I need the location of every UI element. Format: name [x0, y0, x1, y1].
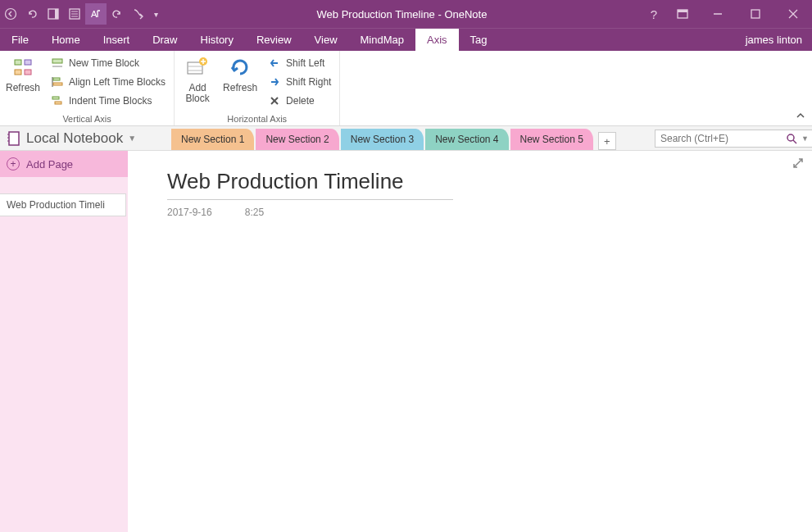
menu-axis[interactable]: Axis — [415, 29, 459, 51]
svg-point-0 — [6, 9, 16, 20]
fullscreen-button[interactable] — [792, 157, 804, 169]
add-section-button[interactable]: + — [598, 132, 616, 150]
ribbon-display-options[interactable] — [666, 0, 699, 28]
indent-button[interactable]: Indent Time Blocks — [46, 92, 170, 110]
shift-left-label: Shift Left — [286, 57, 324, 69]
svg-rect-14 — [15, 60, 21, 65]
page-meta: 2017-9-16 8:25 — [167, 207, 773, 218]
section-tab-1[interactable]: New Section 1 — [171, 129, 254, 150]
quick-access-toolbar: A ▾ — [0, 0, 162, 28]
section-tab-3[interactable]: New Section 3 — [341, 129, 424, 150]
text-tool-icon[interactable]: A — [85, 3, 107, 25]
add-page-button[interactable]: + Add Page — [0, 151, 128, 177]
menu-file[interactable]: File — [0, 29, 40, 51]
shift-right-label: Shift Right — [286, 76, 331, 88]
page-layout-icon[interactable] — [64, 3, 85, 25]
refresh-horizontal-label: Refresh — [223, 83, 257, 93]
indent-icon — [51, 94, 64, 107]
svg-rect-16 — [15, 70, 21, 75]
svg-point-35 — [787, 134, 794, 141]
svg-rect-24 — [55, 102, 61, 104]
new-time-block-label: New Time Block — [69, 57, 139, 69]
ribbon-group-horizontal: Add Block Refresh Shift Left Shift Right — [175, 51, 340, 125]
menu-view[interactable]: View — [303, 29, 349, 51]
delete-button[interactable]: Delete — [263, 92, 336, 110]
workspace-header: Local Notebook ▼ New Section 1 New Secti… — [0, 126, 812, 151]
search-wrap: ▼ — [651, 126, 812, 150]
search-dropdown[interactable]: ▼ — [801, 134, 809, 143]
work-area: + Add Page Web Production Timeli Web Pro… — [0, 151, 812, 532]
section-tabs: New Section 1 New Section 2 New Section … — [171, 126, 651, 150]
svg-rect-18 — [52, 59, 62, 63]
help-button[interactable]: ? — [642, 0, 666, 28]
window-title: Web Production Timeline - OneNote — [162, 8, 642, 20]
refresh-arrow-icon — [227, 55, 253, 81]
refresh-vertical-label: Refresh — [6, 83, 40, 93]
notebook-name: Local Notebook — [26, 130, 123, 147]
svg-line-12 — [789, 10, 797, 18]
align-left-button[interactable]: Align Left Time Blocks — [46, 73, 170, 91]
align-left-icon — [51, 75, 64, 89]
new-time-block-button[interactable]: New Time Block — [46, 54, 170, 72]
search-box[interactable]: ▼ — [655, 130, 812, 148]
indent-label: Indent Time Blocks — [69, 95, 152, 107]
delete-icon — [268, 94, 281, 107]
maximize-button[interactable] — [737, 0, 774, 28]
undo-button[interactable] — [21, 3, 43, 25]
horizontal-axis-group-label: Horizontal Axis — [178, 113, 336, 125]
svg-rect-22 — [53, 83, 62, 85]
chevron-down-icon: ▼ — [128, 134, 136, 143]
user-name[interactable]: james linton — [736, 29, 812, 51]
svg-rect-15 — [25, 60, 31, 65]
page-date[interactable]: 2017-9-16 — [167, 207, 212, 218]
menu-insert[interactable]: Insert — [92, 29, 142, 51]
menu-tag[interactable]: Tag — [459, 29, 499, 51]
section-tab-4[interactable]: New Section 4 — [425, 129, 508, 150]
page-list: + Add Page Web Production Timeli — [0, 151, 128, 532]
send-icon[interactable] — [128, 3, 149, 25]
svg-line-36 — [793, 140, 796, 143]
section-tab-5[interactable]: New Section 5 — [510, 129, 593, 150]
svg-text:A: A — [91, 9, 98, 19]
vertical-axis-group-label: Vertical Axis — [3, 113, 170, 125]
svg-line-13 — [789, 10, 797, 18]
svg-rect-2 — [55, 9, 58, 19]
page-time[interactable]: 8:25 — [245, 207, 264, 218]
svg-rect-31 — [9, 132, 19, 145]
add-block-icon — [184, 55, 211, 81]
arrow-left-icon — [268, 57, 281, 70]
redo-button[interactable] — [107, 3, 128, 25]
page-title[interactable]: Web Production Timeline — [167, 169, 453, 200]
shift-right-button[interactable]: Shift Right — [263, 73, 336, 91]
menu-bar: File Home Insert Draw History Review Vie… — [0, 28, 812, 51]
search-input[interactable] — [660, 133, 783, 144]
back-button[interactable] — [0, 3, 21, 25]
notebook-picker[interactable]: Local Notebook ▼ — [0, 126, 171, 150]
add-block-label: Add Block — [185, 83, 209, 104]
svg-rect-9 — [678, 10, 687, 12]
new-time-block-icon — [51, 57, 64, 70]
notebook-icon — [7, 130, 21, 147]
collapse-ribbon-button[interactable] — [794, 109, 807, 122]
delete-label: Delete — [286, 95, 315, 107]
menu-history[interactable]: History — [189, 29, 245, 51]
search-icon[interactable] — [783, 133, 800, 144]
menu-draw[interactable]: Draw — [141, 29, 188, 51]
page-canvas[interactable]: Web Production Timeline 2017-9-16 8:25 — [128, 151, 812, 532]
menu-home[interactable]: Home — [40, 29, 92, 51]
page-list-item[interactable]: Web Production Timeli — [0, 193, 126, 216]
dock-icon[interactable] — [43, 3, 64, 25]
add-block-button[interactable]: Add Block — [178, 52, 217, 107]
refresh-vertical-button[interactable]: Refresh — [3, 52, 43, 96]
align-left-label: Align Left Time Blocks — [69, 76, 166, 88]
section-tab-2[interactable]: New Section 2 — [256, 129, 338, 150]
refresh-horizontal-button[interactable]: Refresh — [220, 52, 260, 96]
shift-left-button[interactable]: Shift Left — [263, 54, 336, 72]
close-button[interactable] — [774, 0, 812, 28]
minimize-button[interactable] — [699, 0, 737, 28]
menu-mindmap[interactable]: MindMap — [349, 29, 415, 51]
arrow-right-icon — [268, 75, 281, 89]
qat-customize[interactable]: ▾ — [149, 3, 162, 25]
menu-review[interactable]: Review — [245, 29, 303, 51]
add-page-label: Add Page — [26, 158, 73, 171]
